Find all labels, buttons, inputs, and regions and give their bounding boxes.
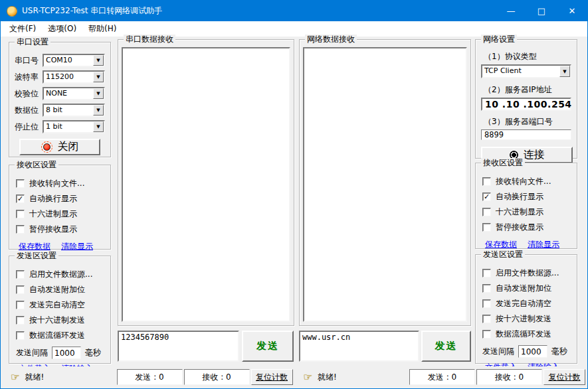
serial-receive-textarea[interactable] (122, 47, 290, 322)
checkbox-row-auto-append[interactable]: ✓ 自动发送附加位 (482, 283, 573, 294)
pointing-hand-icon: ☞ (11, 372, 19, 382)
checkbox[interactable]: ✓ (16, 225, 25, 234)
close-button[interactable]: ✕ (557, 1, 587, 21)
checkbox-label: 接收转向文件... (496, 176, 551, 187)
chevron-down-icon[interactable]: ▼ (93, 72, 104, 82)
stop-bits-select[interactable]: 1 bit ▼ (43, 120, 105, 133)
checkbox[interactable]: ✓ (482, 177, 491, 186)
checkbox-row-save-to-file[interactable]: ✓ 接收转向文件... (16, 178, 106, 189)
clear-display-link[interactable]: 清除显示 (61, 241, 93, 252)
checkbox[interactable]: ✓ (16, 285, 25, 294)
checkbox-row-file-source[interactable]: ✓ 启用文件数据源... (482, 268, 573, 279)
checkbox[interactable]: ✓ (16, 316, 25, 325)
serial-send-input[interactable]: 1234567890 (118, 331, 239, 362)
baud-rate-select[interactable]: 115200 ▼ (43, 70, 105, 84)
checkbox-row-loop-send[interactable]: ✓ 数据流循环发送 (16, 330, 106, 341)
data-bits-select[interactable]: 8 bit ▼ (43, 104, 105, 117)
checkbox-label: 十六进制显示 (496, 206, 543, 218)
clear-display-link[interactable]: 清除显示 (528, 239, 559, 250)
interval-unit: 毫秒 (85, 347, 101, 358)
chevron-down-icon[interactable]: ▼ (93, 121, 104, 132)
maximize-button[interactable]: □ (526, 1, 557, 21)
checkbox[interactable]: ✓ (482, 223, 491, 232)
network-receive-group: 网络数据接收 (299, 39, 471, 326)
checkbox[interactable]: ✓ (16, 179, 25, 188)
combo-value: TCP Client (482, 66, 559, 77)
app-window: USR-TCP232-Test 串口转网络调试助手 — □ ✕ 文件(F) 选项… (0, 0, 588, 389)
checkbox-row-pause-receive[interactable]: ✓ 暂停接收显示 (482, 222, 573, 233)
server-port-input[interactable]: 8899 (481, 129, 571, 140)
checkbox-row-hex-display[interactable]: ✓ 十六进制显示 (16, 208, 106, 220)
chevron-down-icon[interactable]: ▼ (559, 66, 570, 77)
parity-select[interactable]: NONE ▼ (43, 87, 105, 100)
checkbox[interactable]: ✓ (482, 284, 491, 293)
group-title: 网络数据接收 (305, 35, 357, 44)
checkbox[interactable]: ✓ (482, 269, 491, 277)
network-settings-body: （1）协议类型 TCP Client ▼ （2）服务器IP地址 10 .10 .… (481, 48, 571, 154)
checkbox[interactable]: ✓ (482, 193, 491, 201)
checkbox-label: 发送完自动清空 (496, 298, 551, 309)
receive-settings-group-left: 接收区设置 ✓ 接收转向文件... ✓ 自动换行显示 ✓ 十六进制显示 ✓ 暂停… (9, 165, 111, 250)
checkbox[interactable]: ✓ (16, 331, 25, 340)
checkbox-row-file-source[interactable]: ✓ 启用文件数据源... (16, 269, 106, 280)
checkbox-row-hex-send[interactable]: ✓ 按十六进制发送 (482, 313, 573, 325)
group-title: 接收区设置 (15, 160, 58, 169)
interval-input[interactable] (518, 345, 547, 358)
checkbox-row-clear-after-send[interactable]: ✓ 发送完自动清空 (16, 299, 106, 311)
checkbox[interactable]: ✓ (482, 330, 491, 339)
checkbox-row-auto-append[interactable]: ✓ 自动发送附加位 (16, 284, 106, 295)
field-label: 停止位 (15, 121, 43, 133)
checkbox-row-auto-linefeed[interactable]: ✓ 自动换行显示 (482, 191, 573, 202)
menu-options[interactable]: 选项(O) (42, 21, 82, 37)
interval-unit: 毫秒 (551, 346, 567, 357)
checkbox-row-auto-linefeed[interactable]: ✓ 自动换行显示 (16, 193, 106, 204)
window-controls: — □ ✕ (496, 1, 587, 21)
checkbox-row-clear-after-send[interactable]: ✓ 发送完自动清空 (482, 298, 573, 309)
save-data-link[interactable]: 保存数据 (485, 239, 517, 250)
checkbox-row-hex-display[interactable]: ✓ 十六进制显示 (482, 206, 573, 218)
group-title: 串口数据接收 (124, 35, 175, 44)
checkbox-label: 暂停接收显示 (29, 224, 77, 235)
protocol-type-select[interactable]: TCP Client ▼ (481, 64, 571, 78)
network-ready-text: 就绪! (318, 372, 337, 383)
parity-row: 校验位 NONE ▼ (15, 87, 105, 100)
checkbox-row-hex-send[interactable]: ✓ 按十六进制发送 (16, 315, 106, 326)
serial-sent-counter: 发送 : 0 (117, 369, 183, 385)
network-receive-textarea[interactable] (303, 47, 467, 322)
checkbox-label: 自动发送附加位 (496, 283, 551, 294)
serial-close-button[interactable]: 关闭 (19, 139, 100, 155)
com-port-select[interactable]: COM10 ▼ (43, 54, 105, 67)
serial-send-button[interactable]: 发送 (242, 331, 294, 362)
checkbox-label: 启用文件数据源... (496, 268, 559, 279)
menu-file[interactable]: 文件(F) (3, 21, 42, 37)
minimize-button[interactable]: — (496, 1, 526, 21)
chevron-down-icon[interactable]: ▼ (93, 105, 104, 116)
checkbox[interactable]: ✓ (482, 299, 491, 308)
serial-received-counter: 接收 : 0 (184, 369, 250, 385)
serial-status-message: ☞ 就绪! (1, 372, 116, 383)
network-send-input[interactable]: www.usr.cn (299, 331, 419, 362)
checkbox-label: 自动发送附加位 (29, 284, 85, 295)
checkbox-row-save-to-file[interactable]: ✓ 接收转向文件... (482, 176, 573, 187)
checkbox[interactable]: ✓ (16, 210, 25, 218)
checkbox-row-loop-send[interactable]: ✓ 数据流循环发送 (482, 329, 573, 340)
field-label: 串口号 (15, 55, 43, 66)
network-send-button[interactable]: 发送 (421, 331, 471, 362)
chevron-down-icon[interactable]: ▼ (93, 55, 104, 66)
checkbox[interactable]: ✓ (16, 194, 25, 203)
checkbox-row-pause-receive[interactable]: ✓ 暂停接收显示 (16, 224, 106, 235)
interval-input[interactable] (52, 347, 81, 359)
checkbox[interactable]: ✓ (16, 270, 25, 279)
checkbox-label: 自动换行显示 (496, 191, 543, 202)
client-area: 串口设置 串口号 COM10 ▼ 波特率 115200 ▼ (1, 37, 587, 367)
serial-reset-count-button[interactable]: 复位计数 (251, 369, 293, 385)
server-ip-input[interactable]: 10 .10 .100.254 (481, 98, 571, 111)
checkbox[interactable]: ✓ (482, 208, 491, 216)
menu-help[interactable]: 帮助(H) (82, 21, 122, 37)
receive-settings-body: ✓ 接收转向文件... ✓ 自动换行显示 ✓ 十六进制显示 ✓ 暂停接收显示 保… (482, 172, 573, 244)
chevron-down-icon[interactable]: ▼ (93, 88, 104, 99)
checkbox[interactable]: ✓ (16, 301, 25, 309)
serial-receive-group: 串口数据接收 (118, 39, 294, 326)
checkbox[interactable]: ✓ (482, 315, 491, 323)
network-reset-count-button[interactable]: 复位计数 (543, 369, 585, 385)
